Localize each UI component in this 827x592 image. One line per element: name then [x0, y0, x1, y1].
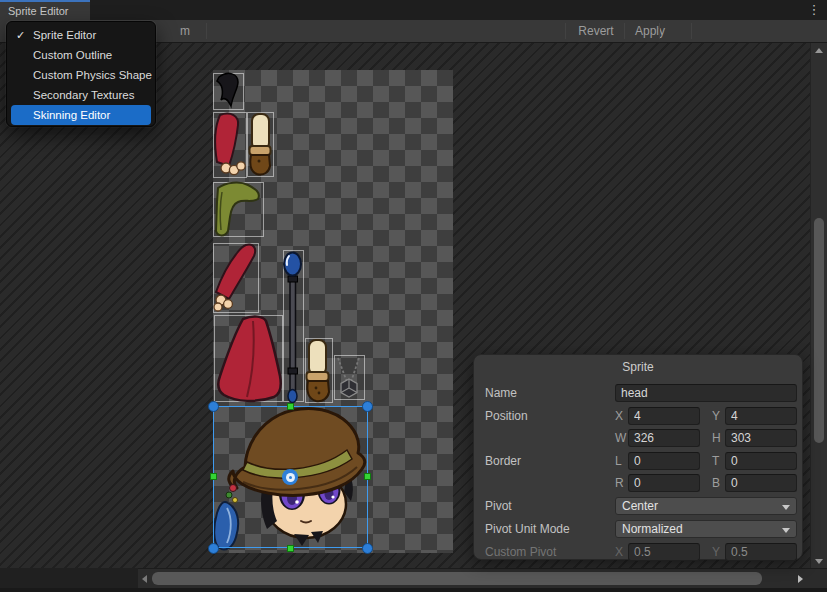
- pivot-dropdown[interactable]: Center: [615, 497, 797, 515]
- l-axis-label: L: [615, 454, 628, 468]
- toolbar-divider: [206, 23, 207, 39]
- pivot-handle[interactable]: [282, 469, 298, 485]
- h-axis-label: H: [712, 431, 725, 445]
- trim-button-partial[interactable]: m: [168, 20, 202, 42]
- panel-title: Sprite: [474, 360, 802, 374]
- menu-item-label: Secondary Textures: [33, 89, 134, 101]
- scroll-right-icon[interactable]: [798, 575, 803, 583]
- selection-handle-left-center[interactable]: [210, 473, 217, 480]
- position-x-input[interactable]: [628, 407, 700, 425]
- w-axis-label: W: [615, 431, 628, 445]
- r-axis-label: R: [615, 476, 628, 490]
- menu-item-custom-outline[interactable]: Custom Outline: [7, 45, 155, 65]
- toolbar-divider: [659, 23, 660, 39]
- tab-title: Sprite Editor: [8, 5, 69, 17]
- tab-sprite-editor[interactable]: Sprite Editor: [0, 0, 90, 20]
- scroll-up-icon[interactable]: [815, 48, 823, 53]
- toolbar-divider: [691, 23, 692, 39]
- sprite-rect-sleeve[interactable]: [213, 112, 247, 178]
- border-label: Border: [485, 454, 615, 468]
- revert-button[interactable]: Revert: [570, 20, 622, 42]
- sprite-rect-boot-1[interactable]: [247, 112, 274, 177]
- custom-pivot-y-input: [725, 543, 797, 561]
- sprite-rect-staff[interactable]: [283, 250, 304, 402]
- horizontal-scrollbar-thumb[interactable]: [152, 572, 762, 585]
- menu-item-label: Custom Outline: [33, 49, 112, 61]
- sprite-rect-hair[interactable]: [213, 73, 244, 110]
- sprite-editor-window: Sprite Editor ⋮ m Revert Apply: [0, 0, 827, 592]
- sprite-rect-scarf[interactable]: [213, 182, 264, 237]
- pivot-unit-mode-value: Normalized: [622, 522, 683, 536]
- vertical-scrollbar[interactable]: [810, 43, 827, 568]
- border-left-input[interactable]: [628, 452, 700, 470]
- bottom-strip: [0, 588, 827, 592]
- selection-handle-bottom-left[interactable]: [208, 543, 219, 554]
- toolbar-divider: [565, 23, 566, 39]
- menu-item-label: Skinning Editor: [33, 109, 110, 121]
- sprite-editor-mode-menu: ✓ Sprite Editor Custom Outline Custom Ph…: [6, 21, 156, 127]
- name-input[interactable]: [615, 384, 797, 402]
- toolbar-divider: [624, 23, 625, 39]
- selection-handle-top-center[interactable]: [287, 403, 294, 410]
- menu-item-custom-physics-shape[interactable]: Custom Physics Shape: [7, 65, 155, 85]
- scroll-left-icon[interactable]: [142, 575, 147, 583]
- sprite-inspector-panel: Sprite Name Position X Y W H: [473, 354, 803, 560]
- selection-handle-bottom-center[interactable]: [287, 545, 294, 552]
- border-bottom-input[interactable]: [725, 474, 797, 492]
- pivot-value: Center: [622, 499, 658, 513]
- menu-item-secondary-textures[interactable]: Secondary Textures: [7, 85, 155, 105]
- tab-bar: Sprite Editor ⋮: [0, 0, 827, 20]
- b-axis-label: B: [712, 476, 725, 490]
- menu-item-label: Custom Physics Shape: [33, 69, 152, 81]
- selection-handle-top-left[interactable]: [208, 401, 219, 412]
- menu-item-skinning-editor[interactable]: Skinning Editor: [11, 105, 151, 125]
- t-axis-label: T: [712, 454, 725, 468]
- selection-handle-top-right[interactable]: [362, 401, 373, 412]
- custom-pivot-label: Custom Pivot: [485, 545, 615, 559]
- chevron-down-icon: [782, 505, 790, 510]
- apply-button[interactable]: Apply: [627, 20, 673, 42]
- vertical-scrollbar-thumb[interactable]: [814, 218, 824, 443]
- bottom-bar-spacer: [0, 568, 138, 588]
- width-input[interactable]: [628, 429, 700, 447]
- border-right-input[interactable]: [628, 474, 700, 492]
- menu-item-label: Sprite Editor: [33, 29, 96, 41]
- height-input[interactable]: [725, 429, 797, 447]
- x-axis-label: X: [615, 409, 628, 423]
- position-label: Position: [485, 409, 615, 423]
- chevron-down-icon: [782, 528, 790, 533]
- custom-pivot-x-label: X: [615, 545, 628, 559]
- checkmark-icon: ✓: [16, 25, 25, 45]
- sprite-rect-arm[interactable]: [213, 243, 259, 313]
- border-top-input[interactable]: [725, 452, 797, 470]
- pivot-unit-mode-dropdown[interactable]: Normalized: [615, 520, 797, 538]
- sprite-rect-pendant[interactable]: [334, 355, 365, 400]
- window-menu-icon[interactable]: ⋮: [806, 1, 822, 19]
- scroll-down-icon[interactable]: [815, 559, 823, 564]
- menu-item-sprite-editor[interactable]: ✓ Sprite Editor: [7, 25, 155, 45]
- pivot-label: Pivot: [485, 499, 615, 513]
- custom-pivot-y-label: Y: [712, 545, 725, 559]
- position-y-input[interactable]: [725, 407, 797, 425]
- custom-pivot-x-input: [628, 543, 700, 561]
- sprite-rect-boot-2[interactable]: [305, 338, 333, 403]
- selection-handle-right-center[interactable]: [364, 473, 371, 480]
- sprite-rect-cape[interactable]: [214, 315, 283, 402]
- pivot-unit-mode-label: Pivot Unit Mode: [485, 522, 615, 536]
- y-axis-label: Y: [712, 409, 725, 423]
- selection-handle-bottom-right[interactable]: [362, 543, 373, 554]
- name-label: Name: [485, 386, 615, 400]
